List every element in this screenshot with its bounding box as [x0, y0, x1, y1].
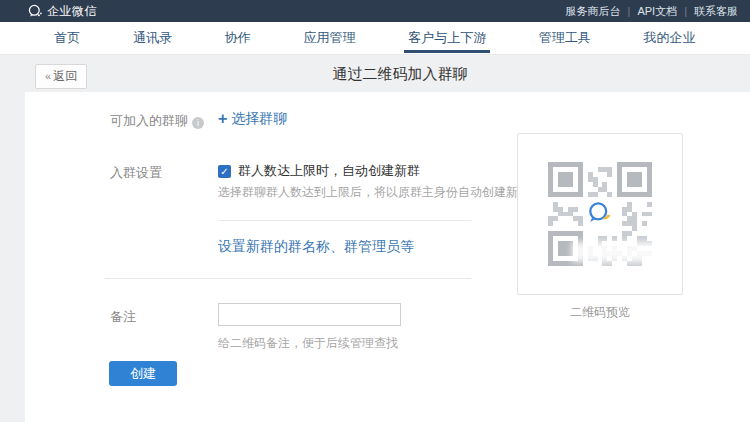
content-card: 可加入的群聊i +选择群聊 入群设置 ✓ 群人数达上限时，自动创建新群 选择群聊… [25, 92, 750, 422]
back-button[interactable]: «返回 [35, 64, 87, 89]
divider [218, 220, 471, 221]
topbar: 企业微信 服务商后台 | API文档 | 联系客服 [0, 0, 750, 22]
plus-icon: + [218, 110, 227, 127]
join-settings-label: 入群设置 [110, 164, 162, 182]
back-label: 返回 [53, 69, 77, 83]
nav-item-customers[interactable]: 客户与上下游 [404, 22, 490, 54]
nav-item-apps[interactable]: 应用管理 [299, 22, 359, 54]
new-group-settings-link[interactable]: 设置新群的群名称、群管理员等 [218, 238, 414, 256]
qr-preview-caption: 二维码预览 [517, 304, 683, 321]
nav-item-collaboration[interactable]: 协作 [221, 22, 255, 54]
wecom-logo-icon [28, 4, 42, 18]
back-chevron-icon: « [45, 70, 51, 82]
separator: | [684, 5, 687, 17]
api-docs-link[interactable]: API文档 [637, 4, 677, 19]
remark-input[interactable] [218, 303, 401, 326]
auto-create-checkbox[interactable]: ✓ [218, 165, 231, 178]
auto-create-group-option: ✓ 群人数达上限时，自动创建新群 [218, 162, 420, 180]
separator: | [628, 5, 631, 17]
contact-support-link[interactable]: 联系客服 [694, 4, 738, 19]
qr-preview-card [517, 133, 683, 295]
wecom-qr-logo-icon [583, 197, 617, 231]
topbar-links: 服务商后台 | API文档 | 联系客服 [566, 0, 738, 22]
nav-item-tools[interactable]: 管理工具 [535, 22, 595, 54]
page-title: 通过二维码加入群聊 [333, 65, 468, 84]
brand[interactable]: 企业微信 [28, 3, 97, 20]
qr-code [548, 162, 652, 266]
page: 企业微信 服务商后台 | API文档 | 联系客服 首页 通讯录 协作 应用管理… [0, 0, 750, 422]
nav-item-contacts[interactable]: 通讯录 [129, 22, 176, 54]
remark-helper: 给二维码备注，便于后续管理查找 [218, 335, 398, 352]
page-header: «返回 通过二维码加入群聊 [0, 55, 750, 92]
nav-item-my-company[interactable]: 我的企业 [640, 22, 700, 54]
join-settings-helper: 选择群聊群人数达到上限后，将以原群主身份自动创建新群 [218, 184, 530, 201]
create-button[interactable]: 创建 [109, 361, 177, 386]
select-group-link[interactable]: +选择群聊 [218, 110, 287, 128]
qr-watermark-blur [572, 242, 664, 262]
remark-label: 备注 [110, 308, 136, 326]
joinable-group-label: 可加入的群聊i [110, 112, 204, 130]
provider-backend-link[interactable]: 服务商后台 [566, 4, 621, 19]
info-icon[interactable]: i [192, 117, 204, 129]
nav-item-home[interactable]: 首页 [50, 22, 84, 54]
divider [105, 278, 471, 279]
brand-name: 企业微信 [47, 3, 97, 20]
auto-create-checkbox-label[interactable]: 群人数达上限时，自动创建新群 [238, 162, 420, 180]
main-nav: 首页 通讯录 协作 应用管理 客户与上下游 管理工具 我的企业 [0, 22, 750, 55]
